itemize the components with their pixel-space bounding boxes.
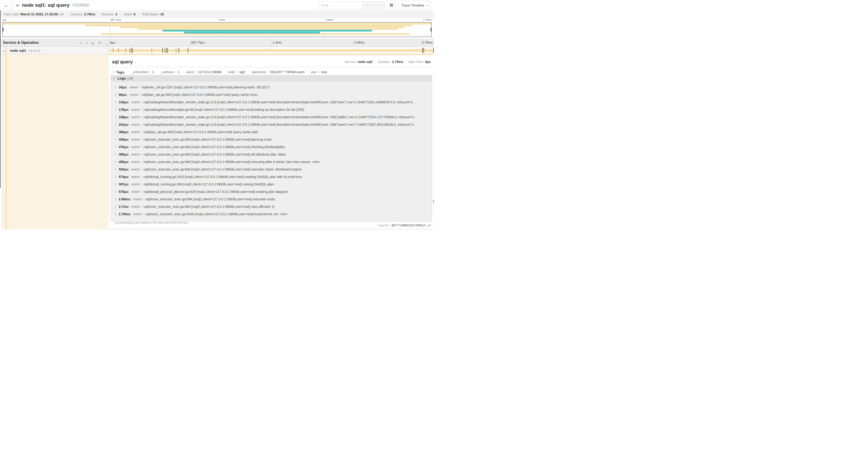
span-id-footer: SpanID: 4877749850101760812 [378,223,431,227]
log-timestamp: 2.69ms: [119,197,131,201]
log-row[interactable]: 80μs:event = ‹sql/plan_opt.go:358 [nsql1… [111,91,432,98]
stat-suffix: .326 [58,12,64,16]
tag-pill[interactable]: _verbose=1 [157,70,183,74]
span-collapse-chevron-icon[interactable] [3,49,5,52]
log-marker-tick [132,48,133,53]
log-rows: 34μs:event = ‹sql/exec_util.go:2297 [nsq… [111,81,432,218]
span-row-name-cell[interactable]: node sql1 sql query [0,47,109,54]
log-row[interactable]: 678μs:event = ‹sql/distsql_physical_plan… [111,188,432,195]
log-row-chevron-icon [114,131,116,133]
find-prev-icon[interactable] [371,4,373,6]
minimap-left-handle[interactable] [3,28,3,31]
timeline-ruler: 0μs697.75μs1.4ms2.09ms2.79ms [109,39,434,46]
log-row[interactable]: 2.79ms:event = ‹sql/conn_executor_exec.g… [111,210,432,218]
log-timestamp: 176μs: [119,108,129,111]
minimap-tick-labels: 0μs697.75μs1.4ms2.09ms2.79ms [2,18,432,22]
log-row[interactable]: 34μs:event = ‹sql/exec_util.go:2297 [nsq… [111,84,432,91]
log-marker-tick [162,48,163,53]
span-detail-meta: Service:node sql1Duration:2.79msStart Ti… [342,60,431,64]
collapse-all-icon[interactable] [92,41,94,44]
log-field-equals: = [138,85,142,89]
span-detail-panel: sql query Service:node sql1Duration:2.79… [109,55,434,230]
log-field-value: ‹sql/conn_executor_exec.go:684 [nsql1,cl… [143,138,272,141]
log-field-key: event [131,100,139,104]
trace-stat-item: Trace StartMarch 31 2022, 17:25:09.326 [3,12,67,16]
log-marker-tick [166,48,166,53]
expand-all-icon[interactable] [97,42,100,44]
log-row-chevron-icon [114,86,116,88]
minimap-span-bar [120,26,405,28]
trace-stats-bar: Trace StartMarch 31 2022, 17:25:09.326Du… [0,11,434,18]
log-marker-tick [126,48,126,53]
tag-value: SELECT * FROM users [270,70,305,74]
log-row[interactable]: 2.7ms:event = ‹sql/conn_executor_exec.go… [111,203,432,210]
meta-label: Duration: [378,60,391,64]
minimap-right-handle[interactable] [431,28,431,31]
trace-view-selector[interactable]: Trace Timeline [398,1,431,9]
log-marker-tick [167,48,168,53]
trace-stat-item: Total Spans10 [138,12,167,16]
log-field-equals: = [140,153,143,156]
span-row-timeline-cell[interactable] [109,47,434,54]
log-row-chevron-icon [114,206,116,207]
column-resize-grip[interactable] [106,43,107,45]
log-row[interactable]: 502μs:event = ‹sql/conn_executor_exec.go… [111,166,432,173]
log-field-equals: = [140,108,143,111]
tags-row[interactable]: Tags: _unfinished=1_verbose=1client=127.… [112,69,431,75]
log-row[interactable]: 597μs:event = ‹sql/distsql_running.go:49… [111,181,432,188]
locate-icon[interactable] [366,4,369,7]
log-field-equals: = [140,183,143,186]
tag-key: client [186,70,194,74]
stat-label: Trace Start [3,12,19,16]
tag-pill[interactable]: client=127.0.0.1:59936 [183,70,225,74]
find-input[interactable] [319,1,363,9]
log-row[interactable]: 476μs:event = ‹sql/conn_executor_exec.go… [111,143,432,151]
logs-header[interactable]: Logs (18) [111,75,432,81]
log-timestamp: 459μs: [119,138,129,141]
minimap-span-bar [184,32,320,33]
back-button[interactable]: ← [0,0,13,10]
expand-one-icon[interactable] [86,42,88,44]
log-row[interactable]: 201μs:event = ‹sql/catalog/lease/descrip… [111,121,432,128]
tag-pill[interactable]: statement=SELECT * FROM users [248,70,308,74]
collapse-trace-chevron-icon[interactable] [16,3,19,6]
tag-pill[interactable]: user=root [308,70,330,74]
log-row[interactable]: 2.69ms:event = ‹sql/conn_executor_exec.g… [111,195,432,203]
tag-equals: = [149,70,151,74]
link-icon[interactable] [427,224,431,227]
log-row-chevron-icon [114,213,116,215]
tag-pill[interactable]: _unfinished=1 [128,70,157,74]
log-timestamp: 34μs: [119,85,127,89]
log-marker-tick [131,48,131,53]
span-id-value: 4877749850101760812 [391,223,426,227]
log-row[interactable]: 176μs:event = ‹sql/catalog/descs/descrip… [111,106,432,113]
collapse-one-icon[interactable] [80,42,82,44]
find-next-icon[interactable] [375,4,377,6]
log-row[interactable]: 495μs:event = ‹sql/conn_executor_exec.go… [111,158,432,166]
keyboard-shortcuts-button[interactable]: ⌘ [386,1,396,9]
log-row[interactable]: 459μs:event = ‹sql/conn_executor_exec.go… [111,136,432,143]
span-duration-bar[interactable] [110,49,433,52]
log-row[interactable]: 142μs:event = ‹sql/catalog/lease/descrip… [111,98,432,106]
find-clear-icon[interactable]: ✕ [379,3,382,7]
minimap-tick-label: 1.4ms [218,19,225,21]
minimap-span-bar [163,30,372,31]
meta-label: Start Time: [408,60,424,64]
log-row[interactable]: 189μs:event = ‹sql/catalog/lease/descrip… [111,113,432,121]
log-field-key: event [131,160,139,164]
collapse-controls [80,41,100,44]
log-row[interactable]: 486μs:event = ‹sql/conn_executor_exec.go… [111,151,432,158]
right-scrollbar-thumb[interactable] [433,200,434,203]
tag-equals: = [318,70,320,74]
log-row[interactable]: 574μs:event = ‹sql/distsql_running.go:14… [111,173,432,181]
tag-pill[interactable]: node=sql1 [225,70,248,74]
log-row-chevron-icon [114,146,116,148]
trace-stat-item: Duration2.79ms [67,12,98,16]
log-field-key: event [131,123,139,126]
minimap-canvas[interactable] [2,22,432,37]
tags-label: Tags: [116,70,125,74]
log-field-equals: = [140,130,143,134]
left-scrollbar[interactable] [0,10,0,188]
log-field-key: event [133,197,141,201]
log-row[interactable]: 366μs:event = ‹sql/plan_opt.go:358 [nsql… [111,128,432,136]
